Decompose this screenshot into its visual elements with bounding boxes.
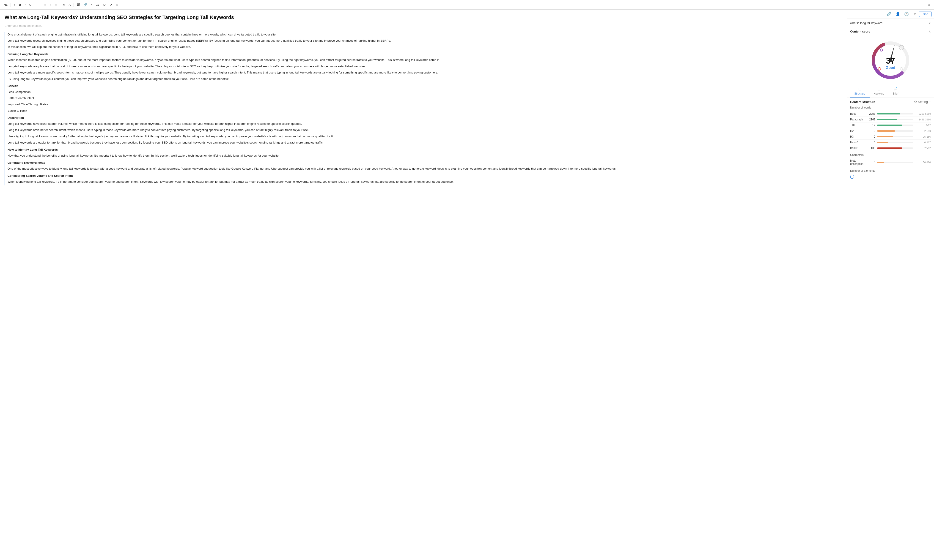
bold-count: 138 — [866, 146, 875, 150]
paragraph-9: Long tail keywords have better search in… — [8, 128, 838, 132]
paragraph-range: 1459-3960 — [915, 118, 931, 121]
h3-bar — [877, 136, 893, 137]
h3-label: H3 — [850, 135, 866, 138]
content-score-collapse[interactable]: ∧ — [928, 29, 931, 33]
undo-button[interactable]: ↺ — [108, 2, 113, 7]
title-bar — [877, 125, 902, 126]
meta-bar — [877, 162, 884, 163]
brief-tab-icon: 📄 — [893, 87, 898, 91]
setting-label: Setting — [918, 100, 928, 104]
word-row-body: Body 2258 2203-5589 — [850, 111, 931, 117]
meta-bar-wrap — [877, 162, 913, 163]
meta-count: 0 — [866, 161, 875, 164]
toolbar-separator-3 — [60, 3, 60, 7]
elements-label: Number of Elements — [850, 169, 931, 172]
indent-button[interactable]: ≡ — [54, 2, 58, 7]
body-count: 2258 — [866, 112, 875, 115]
body-bar-wrap — [877, 113, 913, 114]
list-item-4: Easier to Rank — [8, 108, 838, 113]
paragraph-button[interactable]: ¶ — [12, 2, 17, 7]
paragraph-count: 2169 — [866, 118, 875, 121]
export-icon: ↑ — [929, 100, 931, 104]
svg-text:37: 37 — [886, 56, 895, 66]
word-row-title: Title 12 9-12 — [850, 123, 931, 128]
redo-button[interactable]: ↻ — [114, 2, 120, 7]
body-bar — [877, 113, 900, 114]
tab-structure[interactable]: ⊞ Structure — [850, 85, 870, 97]
heading-benefit: Benefit — [8, 83, 838, 88]
h2-count: 0 — [866, 129, 875, 132]
h2-range: 28-50 — [915, 129, 931, 132]
h3-range: 25-186 — [915, 135, 931, 138]
body-range: 2203-5589 — [915, 112, 931, 115]
paragraph-bar — [877, 119, 897, 120]
paragraph-7: By using long tail keywords in your cont… — [8, 77, 838, 81]
quote-button[interactable]: ❝ — [90, 2, 94, 7]
editor-area[interactable]: What are Long-Tail Keywords? Understandi… — [0, 9, 847, 560]
toolbar-expand-button[interactable]: » — [927, 2, 932, 8]
tabs-row: ⊞ Structure ⊟ Keyword 📄 Brief — [847, 85, 934, 98]
ordered-list-button[interactable]: ≡ — [43, 2, 48, 7]
doc-button[interactable]: Doc — [919, 11, 932, 17]
paragraph-13: One of the most effective ways to identi… — [8, 166, 838, 171]
keyword-collapse-arrow[interactable]: ∨ — [928, 21, 931, 25]
paragraph-5: Long-tail keywords are phrases that cons… — [8, 64, 838, 69]
bold-range: 76-82 — [915, 147, 931, 149]
title-label: Title — [850, 124, 866, 127]
paragraph-1: One crucial element of search engine opt… — [8, 32, 838, 37]
underline-button[interactable]: U — [28, 2, 33, 7]
bold-button[interactable]: B — [18, 2, 22, 7]
paragraph-3: In this section, we will explore the con… — [8, 45, 838, 49]
italic-button[interactable]: I — [23, 2, 27, 7]
content-score-section: Content score ∧ — [847, 27, 934, 85]
keyword-section: what is long tail keyword ∨ — [847, 19, 934, 27]
doc-title[interactable]: What are Long-Tail Keywords? Understandi… — [5, 14, 838, 21]
right-top-bar: 🔗 👤 🕐 ↗ Doc — [847, 9, 934, 19]
image-button[interactable]: 🖼 — [76, 2, 81, 7]
main-container: What are Long-Tail Keywords? Understandi… — [0, 9, 934, 560]
unordered-list-button[interactable]: ≡ — [48, 2, 53, 7]
svg-text:⚙: ⚙ — [880, 48, 883, 52]
list-item-3: Improved Click-Through Rates — [8, 102, 838, 107]
export-button[interactable]: ↑ — [929, 100, 931, 104]
font-color-button[interactable]: A — [62, 2, 66, 7]
elements-row — [850, 174, 931, 180]
structure-actions: ⚙ Setting ↑ — [914, 100, 931, 104]
heading-h1-button[interactable]: H1 — [2, 2, 9, 7]
h4h6-bar — [877, 142, 888, 143]
paragraph-4: When it comes to search engine optimizat… — [8, 57, 838, 62]
tab-keyword[interactable]: ⊟ Keyword — [870, 85, 889, 97]
h4h6-label: H4-H6 — [850, 141, 866, 144]
tab-brief[interactable]: 📄 Brief — [888, 85, 902, 97]
setting-button[interactable]: ⚙ Setting — [914, 100, 928, 104]
word-row-h4h6: H4-H6 0 0-117 — [850, 140, 931, 145]
list-item-1: Less Competition — [8, 89, 838, 94]
gear-icon: ⚙ — [914, 100, 917, 104]
superscript-button[interactable]: X² — [102, 2, 107, 7]
title-bar-wrap — [877, 125, 913, 126]
clock-icon[interactable]: 🕐 — [903, 11, 910, 17]
svg-point-7 — [878, 68, 881, 70]
right-panel: 🔗 👤 🕐 ↗ Doc what is long tail keyword ∨ … — [847, 9, 934, 560]
body-label: Body — [850, 112, 866, 115]
user-icon[interactable]: 👤 — [895, 11, 901, 17]
bold-bar — [877, 148, 902, 149]
word-rows: Body 2258 2203-5589 Paragraph 2169 1459-… — [850, 111, 931, 151]
content-score-title: Content score — [850, 30, 870, 33]
meta-description-input[interactable]: Enter your meta description... — [5, 24, 838, 28]
link-button[interactable]: 🔗 — [82, 2, 88, 7]
left-accent-bar — [5, 32, 5, 186]
strikethrough-button[interactable]: — — [34, 2, 39, 7]
h4h6-range: 0-117 — [915, 141, 931, 144]
structure-tab-icon: ⊞ — [858, 87, 861, 91]
highlight-button[interactable]: A — [67, 2, 72, 7]
heading-generating: Generating Keyword Ideas — [8, 160, 838, 165]
keyword-tab-icon: ⊟ — [878, 87, 881, 91]
paragraph-10: Users typing in long tail keywords are u… — [8, 134, 838, 139]
share-icon[interactable]: ↗ — [912, 11, 917, 17]
h2-label: H2 — [850, 129, 866, 132]
paragraph-11: Long tail keywords are easier to rank fo… — [8, 140, 838, 145]
subscript-button[interactable]: X₂ — [95, 2, 100, 7]
link-icon[interactable]: 🔗 — [886, 11, 892, 17]
h2-bar — [877, 130, 895, 132]
